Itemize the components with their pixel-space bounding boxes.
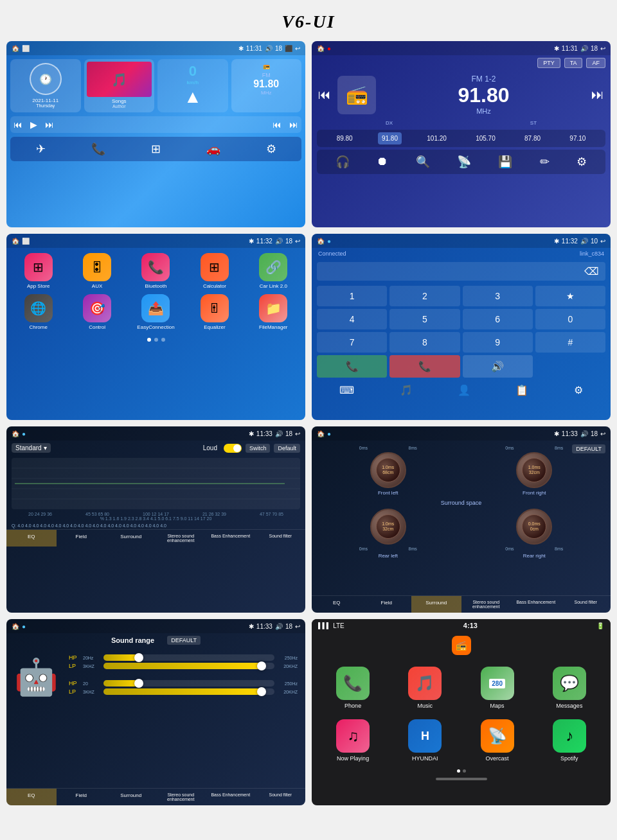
call-btn[interactable]: 📞 [317, 355, 387, 378]
eq-tab-bass[interactable]: Bass Enhancement [206, 530, 256, 547]
preset-4[interactable]: 105.70 [472, 132, 499, 144]
cp-maps-app[interactable]: 280 Maps [464, 667, 531, 709]
eq-tab-surround[interactable]: Surround [106, 530, 156, 547]
cp-overcast-app[interactable]: 📡 Overcast [464, 719, 531, 762]
preset-6[interactable]: 97.10 [566, 132, 589, 144]
next-radio-btn[interactable]: ⏭ [591, 87, 604, 102]
vol-btn[interactable]: 🔊 [463, 355, 533, 378]
key-0[interactable]: 0 [535, 309, 605, 329]
ta-btn[interactable]: TA [564, 58, 583, 68]
sr-tab-filter[interactable]: Sound filter [256, 789, 306, 805]
cp-music-app[interactable]: 🎵 Music [391, 667, 458, 709]
app-chrome[interactable]: 🌐 Chrome [12, 294, 65, 330]
key-8[interactable]: 8 [389, 332, 460, 353]
surround-tab-field[interactable]: Field [362, 596, 412, 613]
back-icon-5[interactable]: ↩ [295, 430, 300, 437]
back-icon-3[interactable]: ↩ [295, 238, 300, 245]
backspace-btn[interactable]: ⌫ [584, 265, 599, 277]
sr-tab-surround[interactable]: Surround [106, 789, 156, 805]
eq-preset-dropdown[interactable]: Standard ▾ [12, 443, 51, 453]
app-control[interactable]: 🎯 Control [70, 294, 123, 330]
sr-default-btn[interactable]: DEFAULT [167, 636, 201, 645]
sr-tab-stereo[interactable]: Stereo sound enhancement [156, 789, 206, 805]
preset-2[interactable]: 91.80 [378, 132, 402, 144]
key-star[interactable]: ★ [535, 286, 605, 306]
contacts-icon[interactable]: 👤 [458, 384, 470, 396]
af-btn[interactable]: AF [586, 58, 605, 68]
hp2-track[interactable] [103, 680, 274, 687]
preset-1[interactable]: 89.80 [333, 132, 357, 144]
knob-fl[interactable]: 1.0ms68cm [370, 452, 406, 488]
next-btn[interactable]: ⏭ [45, 119, 54, 130]
app-aux[interactable]: 🎛 AUX [70, 253, 123, 289]
recents-icon[interactable]: 📋 [515, 384, 528, 396]
app-equalizer[interactable]: 🎚 Equalizer [188, 294, 241, 330]
next-btn-2[interactable]: ⏭ [289, 119, 298, 130]
hangup-btn[interactable]: 📞 [389, 355, 460, 378]
back-icon-4[interactable]: ↩ [600, 238, 605, 245]
lp1-track[interactable] [103, 663, 274, 669]
key-7[interactable]: 7 [317, 332, 387, 353]
key-5[interactable]: 5 [389, 309, 460, 329]
knob-fr[interactable]: 1.0ms32cm [516, 452, 552, 488]
eq-tab-stereo[interactable]: Stereo sound enhancement [156, 530, 206, 547]
play-btn[interactable]: ▶ [30, 119, 37, 130]
car-icon[interactable]: 🚗 [206, 142, 220, 156]
prev-btn[interactable]: ⏮ [13, 119, 22, 130]
key-6[interactable]: 6 [463, 309, 533, 329]
app-bluetooth[interactable]: 📞 Bluetooth [129, 253, 183, 289]
lp2-track[interactable] [103, 688, 274, 695]
sr-tab-bass[interactable]: Bass Enhancement [206, 789, 256, 805]
app-easyconn[interactable]: 📤 EasyConnection [129, 294, 183, 330]
key-3[interactable]: 3 [463, 286, 533, 306]
prev-btn-2[interactable]: ⏮ [273, 119, 282, 130]
surround-tab-stereo[interactable]: Stereo sound enhancement [461, 596, 512, 613]
radio-antenna-icon[interactable]: 📡 [457, 155, 471, 169]
app-calculator[interactable]: ⊞ Calculator [188, 253, 241, 289]
surround-tab-bass[interactable]: Bass Enhancement [511, 596, 561, 613]
key-2[interactable]: 2 [389, 286, 460, 306]
cp-hyundai-app[interactable]: H HYUNDAI [391, 719, 458, 762]
key-9[interactable]: 9 [463, 332, 533, 353]
settings-icon[interactable]: ⚙ [266, 142, 276, 156]
back-icon-1[interactable]: ↩ [295, 45, 300, 52]
music-dialer-icon[interactable]: 🎵 [400, 384, 413, 396]
switch-btn[interactable]: Switch [246, 444, 271, 453]
prev-radio-btn[interactable]: ⏮ [318, 87, 331, 102]
default-btn[interactable]: Default [274, 444, 300, 453]
eq-tab-eq[interactable]: EQ [6, 530, 57, 547]
dialpad-icon[interactable]: ⌨ [339, 384, 354, 396]
knob-rl[interactable]: 1.0ms32cm [370, 509, 406, 545]
surround-default-btn[interactable]: DEFAULT [572, 444, 605, 453]
cp-nowplaying-app[interactable]: ♫ Now Playing [319, 719, 386, 762]
surround-tab-filter[interactable]: Sound filter [561, 596, 611, 613]
nav-icon[interactable]: ✈ [36, 142, 46, 156]
cp-home-bar[interactable] [436, 778, 487, 780]
cp-messages-app[interactable]: 💬 Messages [536, 667, 603, 709]
app-appstore[interactable]: ⊞ App Store [12, 253, 65, 289]
app-filemanager[interactable]: 📁 FileManager [247, 294, 300, 330]
settings-dialer-icon[interactable]: ⚙ [574, 384, 583, 396]
radio-settings-icon[interactable]: ⚙ [577, 155, 587, 169]
eq-tab-field[interactable]: Field [57, 530, 107, 547]
back-icon-6[interactable]: ↩ [600, 430, 605, 437]
surround-tab-eq[interactable]: EQ [312, 596, 362, 613]
sr-tab-eq[interactable]: EQ [6, 789, 57, 805]
back-icon-2[interactable]: ↩ [600, 45, 605, 52]
cp-phone-app[interactable]: 📞 Phone [319, 667, 386, 709]
hp1-track[interactable] [103, 654, 274, 661]
knob-rr[interactable]: 0.0ms0cm [516, 509, 552, 545]
surround-tab-surround[interactable]: Surround [411, 596, 461, 613]
preset-3[interactable]: 101.20 [423, 132, 451, 144]
key-1[interactable]: 1 [317, 286, 387, 306]
apps-icon[interactable]: ⊞ [151, 142, 161, 156]
radio-headphones-icon[interactable]: 🎧 [335, 155, 350, 169]
back-icon-7[interactable]: ↩ [295, 623, 300, 630]
eq-tab-filter[interactable]: Sound filter [256, 530, 306, 547]
cp-spotify-app[interactable]: ♪ Spotify [536, 719, 603, 762]
radio-search-icon[interactable]: 🔍 [416, 155, 430, 169]
radio-edit-icon[interactable]: ✏ [540, 155, 550, 169]
pty-btn[interactable]: PTY [537, 58, 560, 68]
radio-toggle-icon[interactable]: ⏺ [377, 155, 388, 169]
app-carlink[interactable]: 🔗 Car Link 2.0 [247, 253, 300, 289]
